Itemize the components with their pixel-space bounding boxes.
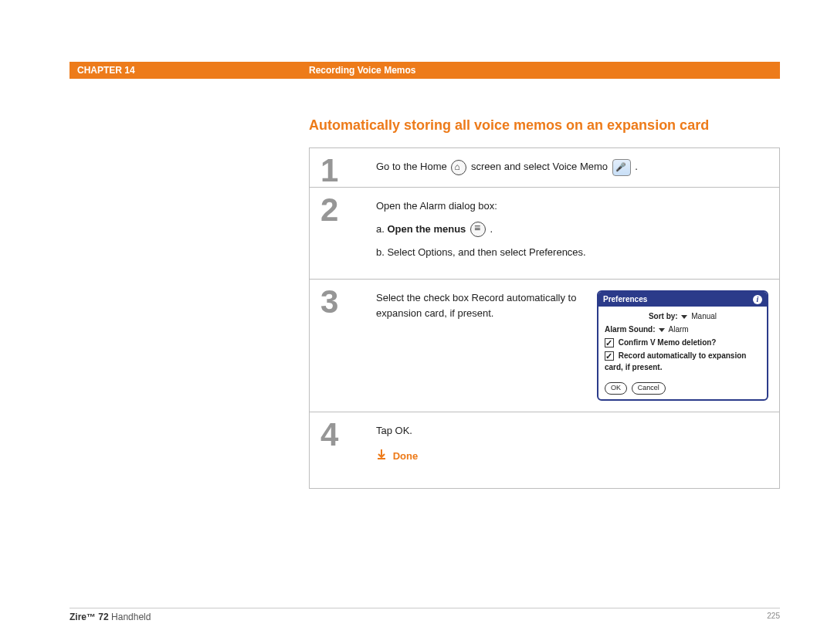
- chapter-label: CHAPTER 14: [70, 65, 309, 76]
- step1-text-c: .: [635, 161, 638, 172]
- page-title: Automatically storing all voice memos on…: [309, 117, 780, 134]
- step-body: Select the check box Record automaticall…: [376, 280, 779, 412]
- record-auto-row: Record automatically to expansion card, …: [605, 349, 761, 374]
- ok-button[interactable]: OK: [605, 382, 627, 395]
- dropdown-icon[interactable]: [681, 315, 687, 319]
- footer: Zire™ 72 Handheld 225: [70, 608, 780, 622]
- sortby-row: Sort by: Manual: [605, 310, 761, 323]
- page-number: 225: [767, 612, 780, 622]
- step2-item-a: a. Open the menus .: [376, 222, 768, 238]
- done-arrow-icon: [376, 449, 387, 464]
- confirm-deletion-row: Confirm V Memo deletion?: [605, 336, 761, 349]
- done-text: Done: [393, 450, 419, 462]
- step3-text: Select the check box Record automaticall…: [376, 290, 581, 401]
- dialog-buttons: OK Cancel: [598, 378, 767, 399]
- alarm-label: Alarm Sound:: [605, 325, 656, 334]
- step-number: 3: [310, 280, 376, 412]
- checkbox-confirm-deletion[interactable]: [605, 338, 614, 347]
- product-rest: Handheld: [109, 612, 151, 622]
- header-bar: CHAPTER 14 Recording Voice Memos: [70, 62, 780, 79]
- step2-a-bold: Open the menus: [387, 223, 466, 235]
- dropdown-icon[interactable]: [659, 328, 665, 332]
- step-2: 2 Open the Alarm dialog box: a. Open the…: [310, 188, 779, 280]
- step2-item-b: b. Select Options, and then select Prefe…: [376, 245, 768, 260]
- step-1: 1 Go to the Home screen and select Voice…: [310, 148, 779, 188]
- done-indicator: Done: [376, 449, 768, 464]
- menu-icon: [470, 222, 486, 237]
- step-body: Open the Alarm dialog box: a. Open the m…: [376, 188, 779, 279]
- step2-a-prefix: a.: [376, 223, 387, 235]
- voice-memo-icon: [612, 159, 631, 176]
- dialog-titlebar: Preferences i: [598, 292, 767, 307]
- page: CHAPTER 14 Recording Voice Memos Automat…: [0, 0, 834, 489]
- step-body: Go to the Home screen and select Voice M…: [376, 148, 779, 187]
- checkbox-record-auto[interactable]: [605, 351, 614, 361]
- sortby-value: Manual: [691, 312, 717, 320]
- step-number: 1: [310, 148, 376, 187]
- cancel-button[interactable]: Cancel: [632, 382, 666, 395]
- dialog-title: Preferences: [603, 293, 647, 305]
- info-icon[interactable]: i: [753, 295, 762, 304]
- step2-intro: Open the Alarm dialog box:: [376, 198, 768, 214]
- step2-a-suffix: .: [487, 223, 493, 235]
- content-area: Automatically storing all voice memos on…: [70, 79, 780, 489]
- sortby-label: Sort by:: [649, 312, 678, 320]
- record-auto-label: Record automatically to expansion card, …: [605, 351, 746, 371]
- alarmsound-row: Alarm Sound: Alarm: [605, 323, 761, 336]
- product-bold: Zire™ 72: [70, 612, 109, 622]
- step-4: 4 Tap OK. Done: [310, 412, 779, 488]
- product-name: Zire™ 72 Handheld: [70, 612, 151, 622]
- step-number: 2: [310, 188, 376, 279]
- step4-text: Tap OK.: [376, 423, 768, 439]
- alarm-value: Alarm: [669, 325, 689, 334]
- section-title: Recording Voice Memos: [309, 65, 780, 76]
- step-3: 3 Select the check box Record automatica…: [310, 280, 779, 412]
- step-number: 4: [310, 412, 376, 488]
- step1-text-b: screen and select Voice Memo: [471, 161, 611, 172]
- dialog-body: Sort by: Manual Alarm Sound: Alarm: [598, 307, 767, 378]
- home-icon: [451, 160, 466, 175]
- step-body: Tap OK. Done: [376, 412, 779, 488]
- step1-text-a: Go to the Home: [376, 161, 449, 172]
- confirm-deletion-label: Confirm V Memo deletion?: [619, 338, 717, 347]
- steps-container: 1 Go to the Home screen and select Voice…: [309, 147, 780, 489]
- preferences-dialog: Preferences i Sort by: Manual Alarm Soun…: [597, 290, 768, 401]
